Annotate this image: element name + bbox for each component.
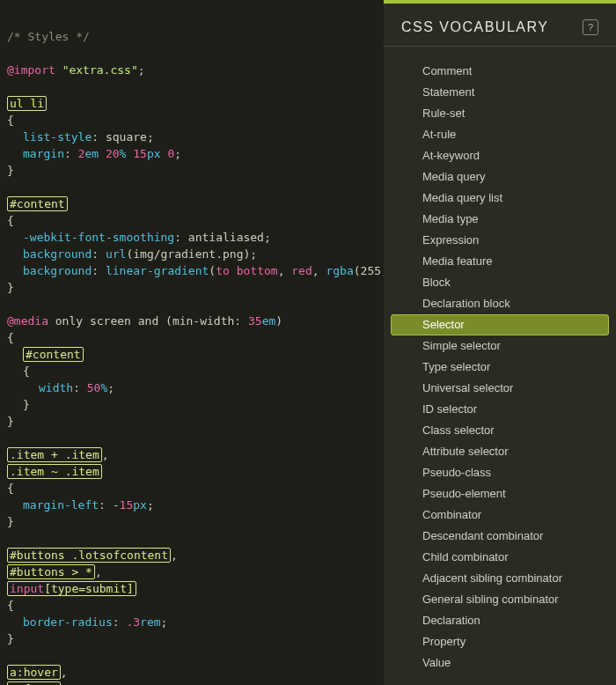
- vocab-item-attribute-selector[interactable]: Attribute selector: [391, 441, 609, 462]
- vocab-item-declaration[interactable]: Declaration: [391, 610, 609, 631]
- vocab-item-expression[interactable]: Expression: [391, 230, 609, 251]
- vocab-item-media-query-list[interactable]: Media query list: [391, 188, 609, 209]
- vocab-item-rule-set[interactable]: Rule-set: [391, 103, 609, 124]
- vocab-item-pseudo-class[interactable]: Pseudo-class: [391, 462, 609, 483]
- selector-buttons-lots[interactable]: #buttons .lotsofcontent: [7, 548, 171, 563]
- at-import: @import: [7, 63, 55, 77]
- selector-buttons-child[interactable]: #buttons > *: [7, 564, 95, 579]
- vocab-item-media-feature[interactable]: Media feature: [391, 251, 609, 272]
- vocab-item-declaration-block[interactable]: Declaration block: [391, 293, 609, 314]
- sidebar-header: CSS VOCABULARY ?: [384, 4, 616, 47]
- sidebar-title: CSS VOCABULARY: [401, 19, 548, 35]
- selector-ul-li[interactable]: ul li: [7, 96, 47, 111]
- vocab-item-type-selector[interactable]: Type selector: [391, 357, 609, 378]
- vocab-item-adjacent-sibling-combinator[interactable]: Adjacent sibling combinator: [391, 568, 609, 589]
- selector-item-adj[interactable]: .item + .item: [7, 447, 102, 462]
- vocab-item-descendant-combinator[interactable]: Descendant combinator: [391, 526, 609, 547]
- vocab-item-general-sibling-combinator[interactable]: General sibling combinator: [391, 589, 609, 610]
- selector-input-submit[interactable]: input[type=submit]: [7, 581, 136, 596]
- prop-border-radius: border-radius: [23, 615, 113, 629]
- selector-content-nested[interactable]: #content: [23, 347, 84, 362]
- vocab-item-child-combinator[interactable]: Child combinator: [391, 547, 609, 568]
- vocab-item-at-keyword[interactable]: At-keyword: [391, 145, 609, 166]
- selector-a-focus[interactable]: a:focus: [7, 681, 61, 685]
- vocabulary-sidebar: CSS VOCABULARY ? CommentStatementRule-se…: [384, 0, 616, 685]
- vocabulary-list: CommentStatementRule-setAt-ruleAt-keywor…: [384, 47, 616, 685]
- prop-margin-left: margin-left: [23, 498, 99, 512]
- selector-item-gen[interactable]: .item ~ .item: [7, 464, 102, 479]
- vocab-item-at-rule[interactable]: At-rule: [391, 124, 609, 145]
- vocab-item-value[interactable]: Value: [391, 652, 609, 674]
- prop-width: width: [39, 381, 73, 394]
- vocab-item-simple-selector[interactable]: Simple selector: [391, 335, 609, 357]
- vocab-item-combinator[interactable]: Combinator: [391, 505, 609, 526]
- vocab-item-media-type[interactable]: Media type: [391, 209, 609, 230]
- vocab-item-media-query[interactable]: Media query: [391, 166, 609, 188]
- vocab-item-class-selector[interactable]: Class selector: [391, 420, 609, 441]
- import-string: "extra.css": [62, 63, 138, 77]
- vocab-item-universal-selector[interactable]: Universal selector: [391, 378, 609, 399]
- code-editor: /* Styles */ @import "extra.css"; ul li …: [0, 0, 384, 685]
- vocab-item-pseudo-element[interactable]: Pseudo-element: [391, 483, 609, 505]
- vocab-item-block[interactable]: Block: [391, 272, 609, 293]
- at-media: @media: [7, 314, 48, 328]
- selector-a-hover[interactable]: a:hover: [7, 665, 61, 680]
- vocab-item-comment[interactable]: Comment: [391, 61, 609, 82]
- comment-text: /* Styles */: [7, 30, 90, 43]
- prop-margin: margin: [23, 147, 64, 160]
- vocab-item-property[interactable]: Property: [391, 631, 609, 652]
- selector-content[interactable]: #content: [7, 196, 68, 211]
- vocab-item-selector[interactable]: Selector: [391, 314, 609, 335]
- prop-list-style: list-style: [23, 130, 92, 144]
- prop-wfs: -webkit-font-smoothing: [23, 231, 174, 244]
- vocab-item-id-selector[interactable]: ID selector: [391, 399, 609, 420]
- help-button[interactable]: ?: [583, 19, 598, 35]
- vocab-item-statement[interactable]: Statement: [391, 82, 609, 103]
